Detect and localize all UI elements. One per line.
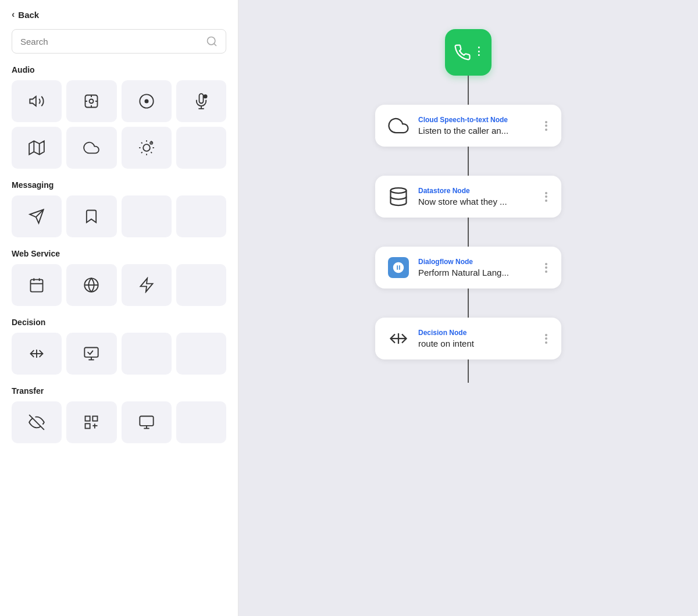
datastore-content: Datastore Node Now store what they ... [418,187,535,206]
svg-point-17 [143,144,150,151]
datastore-icon-wrapper [387,185,410,208]
audio-microphone-cell[interactable] [176,80,226,122]
svg-marker-36 [140,278,152,291]
back-label: Back [18,10,39,20]
svg-line-20 [141,143,143,144]
bolt-icon [138,277,155,293]
section-title-audio: Audio [12,65,226,74]
audio-circle-dot-cell[interactable] [122,80,172,122]
section-title-transfer: Transfer [12,386,226,396]
svg-rect-43 [93,416,98,421]
svg-rect-42 [86,416,90,421]
svg-marker-14 [29,141,44,154]
datastore-type: Datastore Node [418,187,535,195]
messaging-empty1 [122,195,172,237]
start-node[interactable]: ⋮ [445,29,492,76]
section-title-decision: Decision [12,318,226,327]
connector-1 [468,76,469,105]
bookmark-icon [83,208,99,225]
transfer-grid-cell[interactable] [66,401,116,443]
search-icon [206,35,218,47]
decision-grid [12,333,226,375]
eye-off-icon [29,414,45,430]
audio-map-cell[interactable] [12,127,62,169]
audio-grid [12,80,226,169]
svg-rect-44 [86,423,90,428]
dialogflow-type: Dialogflow Node [418,258,535,266]
decision-menu[interactable] [543,332,550,346]
calendar-icon [29,277,45,293]
sun-settings-icon [138,140,155,156]
svg-line-1 [214,44,216,46]
svg-marker-2 [30,97,36,106]
decision-icon [388,328,409,349]
decision-icon-wrapper [387,327,410,350]
cloud-speech-menu[interactable] [543,119,550,133]
phone-icon [454,44,471,61]
svg-point-13 [203,94,207,98]
decision-desc: route on intent [418,339,535,348]
datastore-menu[interactable] [543,190,550,204]
audio-volume-cell[interactable] [12,80,62,122]
cloud-speech-desc: Listen to the caller an... [418,126,535,136]
section-title-messaging: Messaging [12,180,226,190]
connector-4 [468,289,469,318]
audio-empty-cell [176,127,226,169]
volume-icon [29,93,45,109]
dialogflow-icon-wrapper [387,256,410,279]
datastore-desc: Now store what they ... [418,197,535,206]
sidebar: ‹ Back Audio [0,0,238,616]
decision-empty1 [122,333,172,375]
messaging-bookmark-cell[interactable] [66,195,116,237]
back-arrow-icon: ‹ [12,9,15,20]
monitor-flow-icon [83,346,99,362]
svg-point-10 [144,99,148,104]
start-node-dots: ⋮ [473,45,483,58]
decision-type: Decision Node [418,329,535,337]
search-input[interactable] [20,37,201,47]
dialogflow-menu[interactable] [543,261,550,275]
flow-node-datastore[interactable]: Datastore Node Now store what they ... [375,176,561,218]
web-service-calendar-cell[interactable] [12,264,62,306]
dialogflow-content: Dialogflow Node Perform Natural Lang... [418,258,535,277]
svg-rect-30 [31,280,43,292]
cloud-speech-type: Cloud Speech-to-text Node [418,116,535,124]
svg-line-25 [151,143,152,144]
audio-cloud-cell[interactable] [66,127,116,169]
flow-node-cloud-speech[interactable]: Cloud Speech-to-text Node Listen to the … [375,105,561,147]
decision-split-cell[interactable] [12,333,62,375]
messaging-send-cell[interactable] [12,195,62,237]
web-service-empty1 [176,264,226,306]
connector-5 [468,359,469,383]
svg-line-21 [151,152,152,153]
canvas: ⋮ Cloud Speech-to-text Node Listen to th… [238,0,698,616]
transfer-empty1 [176,401,226,443]
split-icon [29,346,45,362]
back-button[interactable]: ‹ Back [12,9,226,20]
dialogflow-desc: Perform Natural Lang... [418,268,535,277]
svg-point-50 [391,188,407,193]
cloud-speech-icon [388,115,409,136]
transfer-eye-off-cell[interactable] [12,401,62,443]
audio-record-settings-cell[interactable] [66,80,116,122]
cloud-speech-content: Cloud Speech-to-text Node Listen to the … [418,116,535,136]
decision-content: Decision Node route on intent [418,329,535,348]
decision-monitor-flow-cell[interactable] [66,333,116,375]
section-title-web-service: Web Service [12,249,226,258]
audio-sun-settings-cell[interactable] [122,127,172,169]
flow-node-decision[interactable]: Decision Node route on intent [375,318,561,359]
decision-empty2 [176,333,226,375]
transfer-monitor-cell[interactable] [122,401,172,443]
circle-dot-icon [138,93,155,109]
web-service-globe-cell[interactable] [66,264,116,306]
send-icon [29,208,45,225]
svg-line-24 [141,152,143,153]
dialogflow-inner-icon [392,261,405,274]
connector-2 [468,147,469,176]
connector-3 [468,218,469,247]
dialogflow-icon [388,257,409,278]
flow-node-dialogflow[interactable]: Dialogflow Node Perform Natural Lang... [375,247,561,289]
transfer-grid [12,401,226,443]
web-service-bolt-cell[interactable] [122,264,172,306]
svg-rect-47 [140,416,153,426]
